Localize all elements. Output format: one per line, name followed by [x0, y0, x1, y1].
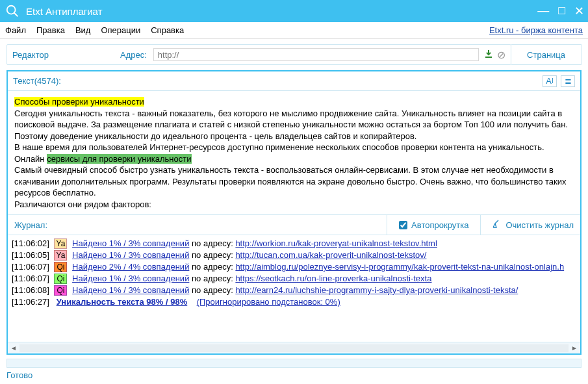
window-title: Etxt Антиплагиат [26, 6, 537, 17]
menu-bar: Файл Правка Вид Операции Справка Etxt.ru… [0, 22, 588, 39]
engine-badge: Qi [54, 285, 67, 296]
menu-file[interactable]: Файл [5, 25, 26, 35]
address-label: Адрес: [120, 50, 147, 60]
text-count-label: Текст(4574): [13, 76, 61, 86]
journal-row: [11:06:08] Qi Найдено 1% / 3% совпадений… [12, 285, 576, 296]
autoscroll-toggle[interactable]: Автопрокрутка [387, 215, 481, 235]
text-line: Самый очевидный способ быстро узнать уни… [14, 165, 567, 198]
cancel-icon[interactable]: ⊘ [497, 49, 505, 61]
text-line: Различаются они рядом факторов: [14, 199, 151, 209]
match-link[interactable]: Найдено 1% / 3% совпадений [72, 250, 189, 260]
journal-time: [11:06:27] [12, 297, 49, 307]
match-link[interactable]: Найдено 1% / 3% совпадений [72, 274, 189, 283]
engine-badge: Qi [54, 262, 67, 272]
url-link[interactable]: http://aimblog.ru/poleznye-servisy-i-pro… [235, 262, 564, 272]
autoscroll-checkbox[interactable] [399, 221, 407, 229]
app-logo [4, 3, 21, 19]
svg-point-0 [7, 6, 16, 14]
match-link[interactable]: Найдено 1% / 3% совпадений [72, 285, 189, 295]
editor-label: Редактор [12, 50, 49, 60]
title-bar: Etxt Антиплагиат — □ ✕ [0, 0, 588, 22]
uniqueness-result: Уникальность текста 98% / 98% [57, 297, 188, 307]
journal-time: [11:06:08] [12, 285, 49, 295]
tab-page[interactable]: Страница [511, 44, 582, 65]
text-line: Онлайн [14, 154, 47, 164]
maximize-button[interactable]: □ [558, 4, 565, 18]
scroll-track[interactable] [19, 344, 569, 352]
text-header: Текст(4574): AI ≣ [8, 71, 580, 91]
url-link[interactable]: https://seotkach.ru/on-line-proverka-uni… [235, 274, 431, 283]
match-link[interactable]: Найдено 1% / 3% совпадений [72, 238, 189, 248]
url-link[interactable]: http://workion.ru/kak-proveryat-unikalno… [235, 238, 437, 248]
close-button[interactable]: ✕ [574, 4, 584, 18]
journal-header: Журнал: Автопрокрутка Очистить журнал [8, 214, 580, 235]
journal-label: Журнал: [14, 220, 376, 230]
paragraph-icon[interactable]: ≣ [561, 75, 575, 87]
download-icon[interactable] [484, 49, 493, 60]
menu-view[interactable]: Вид [75, 25, 91, 35]
highlighted-text: Способы проверки уникальности [14, 97, 144, 107]
ignored-link[interactable]: (Проигнорировано подстановок: 0%) [197, 297, 340, 307]
journal-time: [11:06:07] [12, 262, 49, 272]
journal-row: [11:06:05] Ya Найдено 1% / 3% совпадений… [12, 250, 576, 261]
journal-result-row: [11:06:27] Уникальность текста 98% / 98%… [12, 296, 576, 307]
journal-time: [11:06:07] [12, 274, 49, 283]
status-separator [6, 359, 582, 368]
journal-time: [11:06:05] [12, 250, 49, 260]
font-icon[interactable]: AI [543, 75, 557, 87]
menu-edit[interactable]: Правка [36, 25, 65, 35]
url-link[interactable]: http://earn24.ru/luchshie-programmy-i-sa… [235, 285, 518, 295]
scroll-right-icon[interactable]: ► [571, 344, 578, 352]
horizontal-scrollbar[interactable]: ◄ ► [8, 342, 580, 353]
main-area: Текст(4574): AI ≣ Способы проверки уника… [6, 70, 582, 355]
minimize-button[interactable]: — [537, 4, 549, 18]
scroll-left-icon[interactable]: ◄ [10, 344, 17, 352]
text-line: В наше время для пользователей Интернет-… [14, 142, 544, 152]
journal-body[interactable]: [11:06:02] Ya Найдено 1% / 3% совпадений… [8, 235, 580, 342]
window-controls: — □ ✕ [537, 4, 584, 18]
journal-row: [11:06:07] Qi Найдено 1% / 3% совпадений… [12, 273, 576, 285]
etxt-link[interactable]: Etxt.ru - биржа контента [489, 25, 583, 35]
editor-toolbar: Редактор Адрес: ⊘ [6, 44, 511, 65]
status-bar: Готово [0, 369, 588, 384]
engine-badge: Ya [54, 250, 67, 261]
url-link[interactable]: http://tucan.com.ua/kak-proverit-unikaln… [235, 250, 426, 260]
engine-badge: Qi [54, 274, 67, 284]
engine-badge: Ya [54, 238, 67, 249]
text-editor[interactable]: Способы проверки уникальности Сегодня ун… [8, 91, 580, 214]
svg-line-1 [14, 13, 18, 17]
journal-row: [11:06:07] Qi Найдено 2% / 4% совпадений… [12, 261, 576, 273]
journal-row: [11:06:02] Ya Найдено 1% / 3% совпадений… [12, 238, 576, 250]
menu-operations[interactable]: Операции [101, 25, 140, 35]
toolbar-row: Редактор Адрес: ⊘ Страница [0, 39, 588, 68]
text-line: Сегодня уникальность текста - важный пок… [14, 109, 568, 141]
journal-time: [11:06:02] [12, 238, 49, 248]
status-text: Готово [6, 370, 32, 380]
match-link[interactable]: Найдено 2% / 4% совпадений [72, 262, 189, 272]
broom-icon [491, 220, 500, 231]
address-input[interactable] [153, 48, 479, 61]
highlighted-text: сервисы для проверки уникальности [47, 154, 191, 164]
clear-journal-button[interactable]: Очистить журнал [491, 220, 574, 231]
menu-help[interactable]: Справка [151, 25, 184, 35]
